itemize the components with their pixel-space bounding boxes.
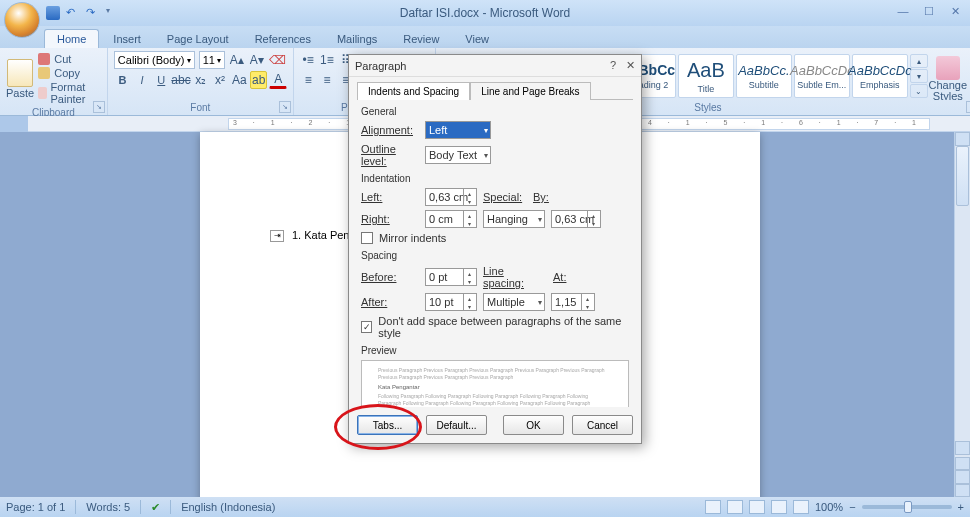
- bold-button[interactable]: B: [114, 71, 131, 89]
- dialog-close-button[interactable]: ✕: [626, 59, 635, 72]
- default-button[interactable]: Default...: [426, 415, 487, 435]
- dialog-buttons: Tabs... Default... OK Cancel: [349, 407, 641, 443]
- dialog-help-button[interactable]: ?: [610, 59, 616, 72]
- zoom-thumb[interactable]: [904, 501, 912, 513]
- cut-button[interactable]: Cut: [38, 53, 101, 65]
- superscript-button[interactable]: x²: [211, 71, 228, 89]
- style-tile[interactable]: AaBbCcDcSubtle Em...: [794, 54, 850, 98]
- change-case-button[interactable]: Aa: [231, 71, 248, 89]
- ind-left-spin[interactable]: 0,63 cm▴▾: [425, 188, 477, 206]
- tab-indents-spacing[interactable]: Indents and Spacing: [357, 82, 470, 100]
- section-general: General: [361, 106, 629, 117]
- view-print-layout[interactable]: [705, 500, 721, 514]
- copy-icon: [38, 67, 50, 79]
- vertical-scrollbar[interactable]: [954, 132, 970, 497]
- dontadd-checkbox[interactable]: ✓: [361, 321, 372, 333]
- scroll-up-button[interactable]: [955, 132, 970, 146]
- styles-dialog-launcher[interactable]: ↘: [966, 101, 970, 113]
- font-color-button[interactable]: A: [269, 71, 286, 89]
- tab-review[interactable]: Review: [391, 30, 451, 48]
- zoom-in-button[interactable]: +: [958, 501, 964, 513]
- cut-icon: [38, 53, 50, 65]
- dialog-titlebar[interactable]: Paragraph ? ✕: [349, 55, 641, 77]
- tab-line-page-breaks[interactable]: Line and Page Breaks: [470, 82, 590, 100]
- style-tile[interactable]: AaBbCc.Subtitle: [736, 54, 792, 98]
- status-words[interactable]: Words: 5: [86, 501, 130, 513]
- subscript-button[interactable]: x₂: [192, 71, 209, 89]
- clipboard-dialog-launcher[interactable]: ↘: [93, 101, 105, 113]
- status-page[interactable]: Page: 1 of 1: [6, 501, 65, 513]
- alignment-select[interactable]: Left▾: [425, 121, 491, 139]
- view-full-screen[interactable]: [727, 500, 743, 514]
- scroll-thumb[interactable]: [956, 146, 969, 206]
- format-painter-icon: [38, 87, 46, 99]
- italic-button[interactable]: I: [133, 71, 150, 89]
- preview-box: Previous Paragraph Previous Paragraph Pr…: [361, 360, 629, 407]
- by-spin[interactable]: 0,63 cm▴▾: [551, 210, 601, 228]
- browse-object-button[interactable]: [955, 470, 970, 483]
- close-button[interactable]: ✕: [946, 4, 964, 18]
- clear-format-button[interactable]: ⌫: [269, 51, 287, 69]
- align-center-button[interactable]: ≡: [319, 71, 336, 89]
- after-spin[interactable]: 10 pt▴▾: [425, 293, 477, 311]
- view-draft[interactable]: [793, 500, 809, 514]
- numbering-button[interactable]: 1≡: [319, 51, 336, 69]
- tab-insert[interactable]: Insert: [101, 30, 153, 48]
- change-styles-button[interactable]: Change Styles: [926, 54, 970, 100]
- paste-button[interactable]: Paste: [6, 51, 34, 99]
- group-font: Calibri (Body)▾ 11▾ A▴ A▾ ⌫ B I U abc x₂…: [108, 48, 294, 115]
- zoom-out-button[interactable]: −: [849, 501, 855, 513]
- browse-prev-button[interactable]: [955, 457, 970, 470]
- tab-mailings[interactable]: Mailings: [325, 30, 389, 48]
- tabs-button[interactable]: Tabs...: [357, 415, 418, 435]
- mirror-checkbox[interactable]: [361, 232, 373, 244]
- cancel-button[interactable]: Cancel: [572, 415, 633, 435]
- tab-page-layout[interactable]: Page Layout: [155, 30, 241, 48]
- tab-references[interactable]: References: [243, 30, 323, 48]
- highlight-button[interactable]: ab: [250, 71, 267, 89]
- maximize-button[interactable]: ☐: [920, 4, 938, 18]
- special-select[interactable]: Hanging▾: [483, 210, 545, 228]
- underline-button[interactable]: U: [153, 71, 170, 89]
- qat-more-icon[interactable]: ▾: [106, 6, 120, 20]
- status-proofing-icon[interactable]: ✔: [151, 501, 160, 514]
- tab-home[interactable]: Home: [44, 29, 99, 48]
- before-spin[interactable]: 0 pt▴▾: [425, 268, 477, 286]
- office-button[interactable]: [4, 2, 40, 38]
- view-web-layout[interactable]: [749, 500, 765, 514]
- section-spacing: Spacing: [361, 250, 629, 261]
- dialog-title: Paragraph: [355, 60, 406, 72]
- align-left-button[interactable]: ≡: [300, 71, 317, 89]
- font-name-combo[interactable]: Calibri (Body)▾: [114, 51, 195, 69]
- ok-button[interactable]: OK: [503, 415, 564, 435]
- bullets-button[interactable]: •≡: [300, 51, 317, 69]
- scroll-down-button[interactable]: [955, 441, 970, 455]
- undo-icon[interactable]: ↶: [66, 6, 80, 20]
- status-language[interactable]: English (Indonesia): [181, 501, 275, 513]
- tab-view[interactable]: View: [453, 30, 501, 48]
- shrink-font-button[interactable]: A▾: [249, 51, 265, 69]
- save-icon[interactable]: [46, 6, 60, 20]
- style-tile[interactable]: AaBTitle: [678, 54, 734, 98]
- outline-select[interactable]: Body Text▾: [425, 146, 491, 164]
- redo-icon[interactable]: ↷: [86, 6, 100, 20]
- view-outline[interactable]: [771, 500, 787, 514]
- window-title: Daftar ISI.docx - Microsoft Word: [400, 6, 571, 20]
- font-dialog-launcher[interactable]: ↘: [279, 101, 291, 113]
- at-spin[interactable]: 1,15▴▾: [551, 293, 595, 311]
- after-label: After:: [361, 296, 419, 308]
- browse-next-button[interactable]: [955, 484, 970, 497]
- zoom-slider[interactable]: [862, 505, 952, 509]
- group-label-font: Font: [114, 102, 287, 113]
- copy-button[interactable]: Copy: [38, 67, 101, 79]
- linesp-select[interactable]: Multiple▾: [483, 293, 545, 311]
- format-painter-button[interactable]: Format Painter: [38, 81, 101, 105]
- zoom-level[interactable]: 100%: [815, 501, 843, 513]
- ind-right-spin[interactable]: 0 cm▴▾: [425, 210, 477, 228]
- minimize-button[interactable]: —: [894, 4, 912, 18]
- font-size-combo[interactable]: 11▾: [199, 51, 225, 69]
- grow-font-button[interactable]: A▴: [229, 51, 245, 69]
- strike-button[interactable]: abc: [172, 71, 190, 89]
- outline-label: Outline level:: [361, 143, 419, 167]
- style-tile[interactable]: AaBbCcDcEmphasis: [852, 54, 908, 98]
